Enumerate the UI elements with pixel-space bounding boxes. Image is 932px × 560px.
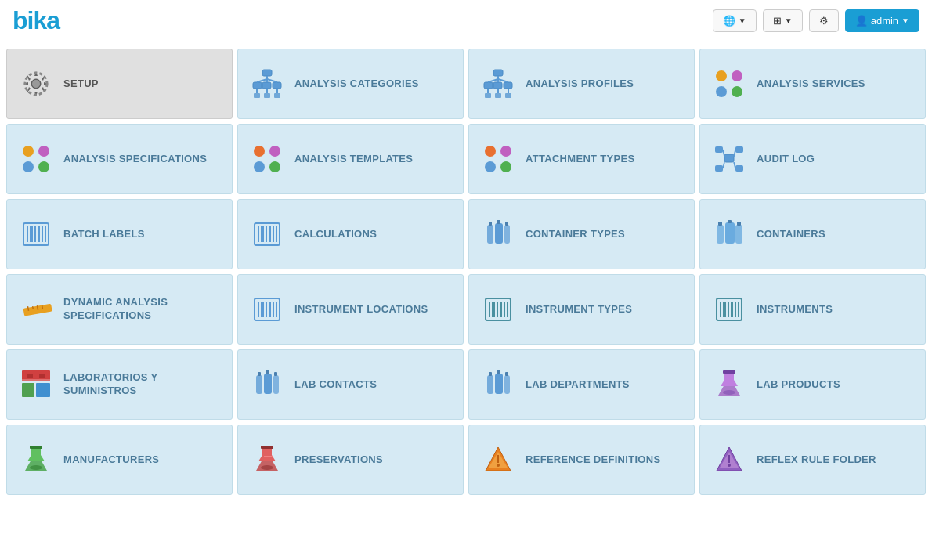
- globe-button[interactable]: 🌐 ▼: [713, 9, 757, 32]
- analysis-specifications-icon: [20, 143, 52, 175]
- svg-line-82: [33, 306, 34, 309]
- svg-point-34: [23, 161, 34, 172]
- tile-instrument-locations[interactable]: INSTRUMENT LOCATIONS: [237, 274, 464, 345]
- tile-laboratorios[interactable]: LABORATORIOS Y SUMINISTROS: [6, 349, 233, 420]
- svg-rect-105: [738, 302, 739, 317]
- svg-rect-69: [495, 223, 503, 244]
- tile-dynamic-analysis[interactable]: DYNAMIC ANALYSIS SPECIFICATIONS: [6, 274, 233, 345]
- lab-departments-label: LAB DEPARTMENTS: [526, 378, 630, 392]
- svg-rect-106: [22, 383, 34, 397]
- svg-line-50: [723, 150, 724, 157]
- tile-instrument-types[interactable]: INSTRUMENT TYPES: [468, 274, 695, 345]
- svg-line-53: [734, 162, 735, 168]
- svg-rect-75: [725, 222, 735, 244]
- svg-line-51: [734, 150, 735, 157]
- audit-log-icon: [713, 143, 746, 175]
- calculations-label: CALCULATIONS: [294, 228, 377, 241]
- grid-dropdown-arrow: ▼: [785, 16, 793, 25]
- svg-rect-97: [504, 302, 505, 317]
- tile-preservations[interactable]: PRESERVATIONS: [237, 425, 464, 495]
- containers-icon: [713, 218, 746, 251]
- laboratorios-label: LABORATORIOS Y SUMINISTROS: [63, 371, 219, 398]
- settings-button[interactable]: ⚙: [809, 9, 839, 32]
- svg-rect-124: [723, 370, 735, 374]
- tile-reference-definitions[interactable]: REFERENCE DEFINITIONS: [468, 425, 695, 495]
- tile-reflex-rule-folder[interactable]: REFLEX RULE FOLDER: [699, 425, 926, 495]
- svg-rect-98: [507, 302, 508, 317]
- analysis-services-icon: [713, 67, 746, 100]
- tile-lab-contacts[interactable]: LAB CONTACTS: [237, 349, 464, 420]
- svg-rect-27: [495, 93, 501, 98]
- preservations-icon: [251, 443, 284, 476]
- svg-rect-68: [487, 225, 493, 244]
- svg-rect-96: [500, 302, 502, 317]
- admin-button[interactable]: 👤 admin ▼: [845, 9, 919, 32]
- svg-point-40: [269, 161, 280, 172]
- svg-rect-6: [273, 82, 281, 89]
- tile-lab-departments[interactable]: LAB DEPARTMENTS: [468, 349, 695, 420]
- tile-setup[interactable]: SETUP: [6, 49, 233, 119]
- svg-rect-74: [717, 225, 724, 244]
- svg-rect-13: [254, 93, 260, 98]
- svg-rect-18: [493, 82, 502, 89]
- tile-calculations[interactable]: CALCULATIONS: [237, 199, 464, 269]
- reference-definitions-label: REFERENCE DEFINITIONS: [526, 453, 660, 467]
- svg-line-83: [37, 305, 38, 310]
- tile-analysis-categories[interactable]: ANALYSIS CATEGORIES: [237, 49, 464, 119]
- instrument-locations-label: INSTRUMENT LOCATIONS: [294, 303, 428, 316]
- svg-point-38: [254, 161, 265, 172]
- svg-rect-66: [273, 226, 274, 242]
- svg-rect-120: [504, 375, 510, 394]
- svg-line-9: [267, 79, 277, 82]
- tile-instruments[interactable]: INSTRUMENTS: [699, 274, 926, 345]
- svg-line-84: [42, 305, 42, 309]
- svg-point-134: [497, 464, 500, 467]
- svg-rect-63: [261, 226, 264, 242]
- instrument-types-label: INSTRUMENT TYPES: [526, 303, 632, 316]
- svg-rect-47: [735, 146, 743, 153]
- svg-rect-103: [731, 302, 733, 317]
- container-types-label: CONTAINER TYPES: [526, 228, 625, 241]
- svg-rect-48: [715, 165, 723, 172]
- svg-rect-109: [27, 374, 33, 378]
- tile-lab-products[interactable]: LAB PRODUCTS: [699, 349, 926, 420]
- svg-rect-70: [504, 225, 510, 244]
- tile-analysis-services[interactable]: ANALYSIS SERVICES: [699, 49, 926, 119]
- analysis-profiles-label: ANALYSIS PROFILES: [526, 78, 634, 91]
- svg-rect-100: [720, 302, 721, 317]
- grid-button[interactable]: ⊞ ▼: [763, 9, 803, 32]
- navbar: bika 🌐 ▼ ⊞ ▼ ⚙ 👤 admin ▼: [0, 0, 932, 42]
- tiles-grid: SETUP ANALYSIS CATEGORIES: [0, 42, 932, 501]
- setup-icon: [20, 67, 52, 100]
- dynamic-analysis-label: DYNAMIC ANALYSIS SPECIFICATIONS: [63, 296, 219, 323]
- tile-container-types[interactable]: CONTAINER TYPES: [468, 199, 695, 269]
- batch-labels-icon: [20, 218, 52, 251]
- tile-batch-labels[interactable]: BATCH LABELS: [6, 199, 233, 269]
- svg-rect-67: [276, 226, 277, 242]
- admin-label: admin: [871, 15, 898, 27]
- svg-rect-91: [276, 302, 277, 317]
- globe-dropdown-arrow: ▼: [739, 16, 746, 25]
- tile-audit-log[interactable]: AUDIT LOG: [699, 124, 926, 194]
- svg-rect-49: [735, 165, 743, 172]
- tile-containers[interactable]: CONTAINERS: [699, 199, 926, 269]
- svg-point-41: [485, 146, 496, 157]
- svg-line-81: [27, 306, 28, 311]
- instrument-types-icon: [482, 293, 515, 326]
- svg-point-30: [716, 86, 727, 97]
- svg-line-21: [488, 79, 498, 82]
- tile-analysis-profiles[interactable]: ANALYSIS PROFILES: [468, 49, 695, 119]
- tile-analysis-templates[interactable]: ANALYSIS TEMPLATES: [237, 124, 464, 194]
- attachment-types-label: ATTACHMENT TYPES: [526, 153, 634, 166]
- svg-rect-89: [269, 302, 271, 317]
- svg-rect-101: [723, 302, 726, 317]
- svg-rect-58: [38, 226, 40, 242]
- svg-rect-88: [266, 302, 267, 317]
- svg-point-127: [30, 465, 42, 470]
- tile-manufacturers[interactable]: MANUFACTURERS: [6, 425, 233, 495]
- svg-line-22: [498, 79, 508, 82]
- laboratorios-icon: [20, 368, 52, 401]
- tile-analysis-specifications[interactable]: ANALYSIS SPECIFICATIONS: [6, 124, 233, 194]
- svg-point-29: [716, 70, 727, 81]
- tile-attachment-types[interactable]: ATTACHMENT TYPES: [468, 124, 695, 194]
